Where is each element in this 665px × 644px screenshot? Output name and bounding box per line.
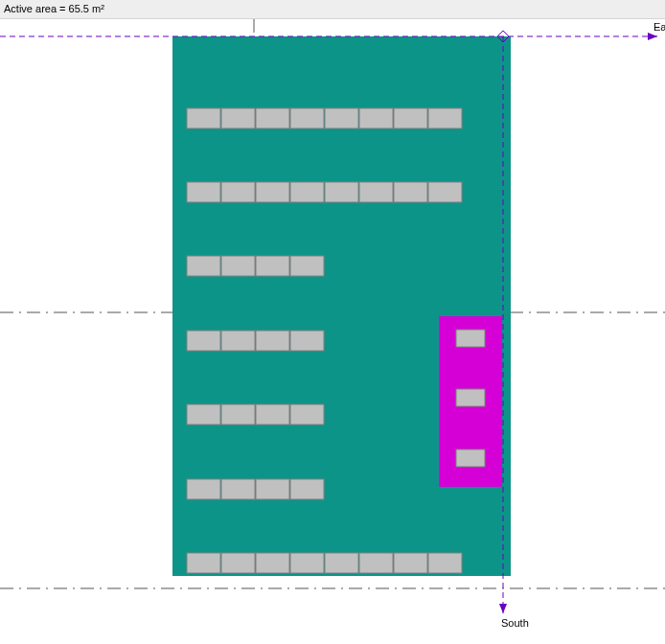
pv-module[interactable] bbox=[221, 331, 255, 351]
axis-label-south: South bbox=[501, 617, 529, 629]
pv-module[interactable] bbox=[394, 553, 427, 573]
pv-module[interactable] bbox=[256, 479, 289, 499]
pv-module[interactable] bbox=[256, 553, 289, 573]
pv-module[interactable] bbox=[221, 182, 255, 202]
pv-module[interactable] bbox=[290, 108, 324, 128]
pv-module[interactable] bbox=[325, 553, 358, 573]
pv-module[interactable] bbox=[359, 182, 393, 202]
pv-module[interactable] bbox=[325, 182, 358, 202]
pv-module[interactable] bbox=[187, 182, 220, 202]
inverter-module[interactable] bbox=[456, 449, 485, 467]
pv-module[interactable] bbox=[325, 108, 358, 128]
pv-module[interactable] bbox=[221, 256, 255, 276]
pv-module[interactable] bbox=[359, 108, 393, 128]
pv-module[interactable] bbox=[187, 479, 220, 499]
pv-module[interactable] bbox=[256, 404, 289, 425]
pv-module[interactable] bbox=[187, 553, 220, 573]
pv-module[interactable] bbox=[187, 404, 220, 425]
status-bar: Active area = 65.5 m² bbox=[0, 0, 665, 19]
pv-module[interactable] bbox=[428, 108, 462, 128]
pv-module[interactable] bbox=[290, 182, 324, 202]
pv-module[interactable] bbox=[290, 256, 324, 276]
pv-module[interactable] bbox=[221, 553, 255, 573]
pv-module[interactable] bbox=[256, 182, 289, 202]
pv-module[interactable] bbox=[256, 108, 289, 128]
pv-module[interactable] bbox=[290, 331, 324, 351]
pv-module[interactable] bbox=[394, 182, 427, 202]
pv-module[interactable] bbox=[187, 331, 220, 351]
pv-module[interactable] bbox=[256, 331, 289, 351]
pv-module[interactable] bbox=[221, 404, 255, 425]
arrow-south-icon bbox=[499, 604, 507, 613]
pv-module[interactable] bbox=[428, 553, 462, 573]
inverter-module[interactable] bbox=[456, 330, 485, 347]
axis-label-east: Ea bbox=[654, 21, 665, 33]
pv-module[interactable] bbox=[187, 108, 220, 128]
arrow-east-icon bbox=[648, 33, 657, 40]
layout-canvas[interactable]: EaSouth bbox=[0, 19, 665, 644]
pv-module[interactable] bbox=[359, 553, 393, 573]
pv-module[interactable] bbox=[187, 256, 220, 276]
pv-module[interactable] bbox=[290, 404, 324, 425]
pv-module[interactable] bbox=[428, 182, 462, 202]
pv-module[interactable] bbox=[290, 553, 324, 573]
inverter-module[interactable] bbox=[456, 389, 485, 406]
pv-module[interactable] bbox=[394, 108, 427, 128]
active-area-readout: Active area = 65.5 m² bbox=[4, 3, 104, 14]
pv-module[interactable] bbox=[221, 479, 255, 499]
layout-svg: EaSouth bbox=[0, 19, 665, 644]
pv-module[interactable] bbox=[256, 256, 289, 276]
pv-module[interactable] bbox=[221, 108, 255, 128]
pv-module[interactable] bbox=[290, 479, 324, 499]
